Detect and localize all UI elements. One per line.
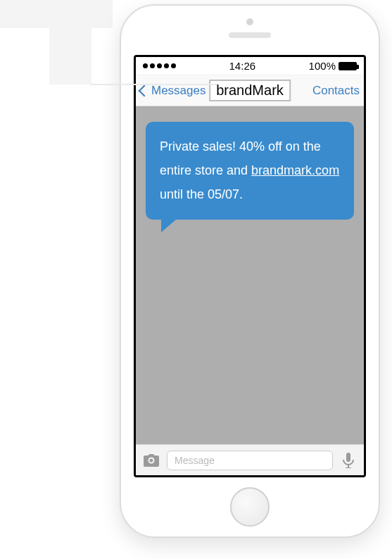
status-time: 14:26 [229,60,256,72]
battery-text: 100% [309,60,336,72]
chevron-left-icon [139,84,151,96]
incoming-message-bubble: Private sales! 40% off on the entire sto… [146,122,354,220]
back-button[interactable]: Messages [140,84,206,98]
nav-bar: Messages brandMark Contacts [136,75,364,106]
camera-icon[interactable] [141,451,161,470]
battery-icon [339,62,357,70]
contacts-button[interactable]: Contacts [312,84,360,98]
message-link[interactable]: brandmark.com [251,163,339,177]
callout-bar-side [49,28,91,84]
back-label: Messages [151,84,206,98]
bubble-tail [161,215,181,232]
contacts-label: Contacts [312,84,360,98]
message-text-after: until the 05/07. [160,187,243,201]
battery-status: 100% [309,60,357,72]
signal-icon [143,63,176,68]
status-bar: 14:26 100% [136,57,364,75]
phone-screen: 14:26 100% Messages brandMark Contacts P… [134,55,366,477]
messages-area[interactable]: Private sales! 40% off on the entire sto… [136,106,364,444]
callout-bar-top [0,0,113,28]
phone-camera [246,18,253,25]
input-bar [136,444,364,475]
phone-speaker [229,32,271,38]
conversation-title: brandMark [209,80,291,101]
microphone-icon[interactable] [339,451,358,470]
message-input[interactable] [167,451,333,470]
home-button[interactable] [230,487,270,527]
callout-line [90,84,217,85]
